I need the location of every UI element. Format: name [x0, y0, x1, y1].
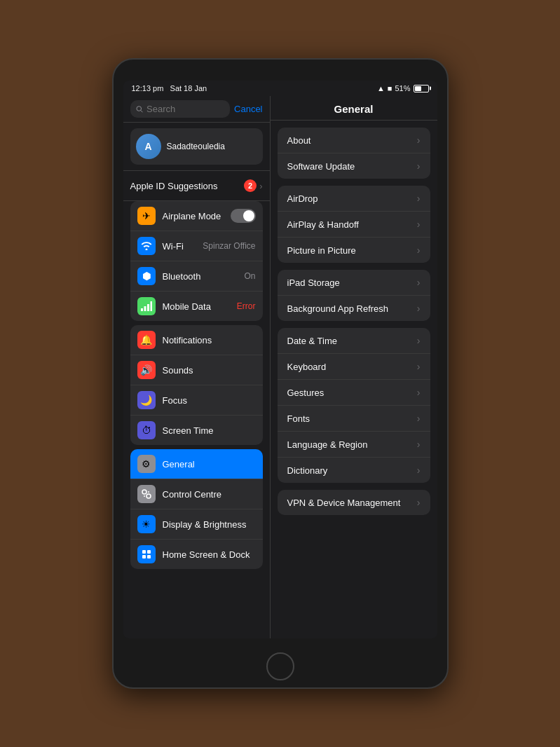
status-date: Sat 18 Jan — [170, 84, 207, 92]
notifications-label: Notifications — [163, 335, 256, 345]
search-input[interactable] — [146, 104, 224, 114]
date-time-row[interactable]: Date & Time › — [278, 328, 430, 354]
background-app-refresh-chevron-icon: › — [417, 303, 421, 314]
home-screen-icon — [137, 545, 156, 563]
home-screen-label: Home Screen & Dock — [163, 549, 256, 560]
home-button[interactable] — [266, 652, 294, 680]
signal-icon: ■ — [388, 84, 392, 92]
search-input-wrap[interactable] — [130, 100, 231, 118]
profile-info: Sadadteouledia — [167, 142, 257, 151]
sidebar-item-general[interactable]: ⚙ General — [130, 449, 263, 479]
profile-card[interactable]: A Sadadteouledia — [130, 128, 263, 165]
fonts-chevron-icon: › — [417, 413, 421, 424]
about-chevron-icon: › — [417, 135, 421, 146]
sidebar-item-display-brightness[interactable]: ☀ Display & Brightness — [130, 509, 263, 540]
airplay-handoff-row[interactable]: AirPlay & Handoff › — [278, 212, 430, 238]
language-region-label: Language & Region — [287, 439, 368, 450]
picture-in-picture-label: Picture in Picture — [287, 245, 356, 256]
sidebar-item-notifications[interactable]: 🔔 Notifications — [130, 325, 263, 355]
language-region-chevron-icon: › — [417, 439, 421, 450]
profile-section: A Sadadteouledia — [123, 123, 270, 171]
background-app-refresh-row[interactable]: Background App Refresh › — [278, 296, 430, 321]
about-row[interactable]: About › — [278, 128, 430, 153]
svg-point-9 — [144, 495, 145, 497]
bluetooth-icon: ⬢ — [137, 267, 156, 285]
ipad-storage-label: iPad Storage — [287, 277, 340, 288]
preferences-group: 🔔 Notifications 🔊 Sounds 🌙 Focus — [130, 325, 263, 445]
sidebar-item-screen-time[interactable]: ⏱ Screen Time — [130, 416, 263, 445]
keyboard-row[interactable]: Keyboard › — [278, 354, 430, 380]
picture-in-picture-row[interactable]: Picture in Picture › — [278, 238, 430, 263]
wifi-settings-icon — [137, 237, 156, 255]
sidebar-item-bluetooth[interactable]: ⬢ Bluetooth On — [130, 261, 263, 292]
mobile-data-icon — [137, 297, 156, 315]
mobile-data-value: Error — [237, 301, 256, 311]
apple-id-label: Apple ID Suggestions — [130, 181, 218, 191]
svg-rect-11 — [147, 550, 151, 554]
battery-fill — [415, 86, 421, 91]
svg-point-7 — [146, 494, 151, 498]
vpn-device-management-row[interactable]: VPN & Device Management › — [278, 490, 430, 515]
vpn-section: VPN & Device Management › — [278, 490, 430, 515]
status-time: 12:13 pm — [132, 84, 164, 92]
dictionary-row[interactable]: Dictionary › — [278, 458, 430, 483]
sharing-group: AirDrop › AirPlay & Handoff › Picture in… — [278, 186, 430, 263]
status-bar: 12:13 pm Sat 18 Jan ▲ ■ 51% — [123, 81, 437, 96]
control-centre-label: Control Centre — [163, 489, 256, 500]
airdrop-chevron-icon: › — [417, 193, 421, 204]
software-update-chevron-icon: › — [417, 160, 421, 172]
display-brightness-label: Display & Brightness — [163, 519, 256, 530]
storage-group: iPad Storage › Background App Refresh › — [278, 270, 430, 321]
airplane-mode-toggle[interactable] — [231, 209, 256, 223]
general-label: General — [163, 459, 256, 470]
datetime-group: Date & Time › Keyboard › Gestures › — [278, 328, 430, 483]
sidebar-item-airplane-mode[interactable]: ✈ Airplane Mode — [130, 201, 263, 231]
sidebar-item-home-screen[interactable]: Home Screen & Dock — [130, 540, 263, 569]
connectivity-group: ✈ Airplane Mode Wi-Fi Spinzar Off — [130, 201, 263, 321]
wifi-value: Spinzar Office — [203, 241, 255, 251]
dictionary-label: Dictionary — [287, 465, 328, 476]
svg-point-6 — [142, 490, 146, 494]
software-update-row[interactable]: Software Update › — [278, 153, 430, 179]
search-bar: Cancel — [123, 96, 270, 123]
search-cancel-button[interactable]: Cancel — [234, 104, 262, 114]
gestures-chevron-icon: › — [417, 387, 421, 398]
sidebar-item-control-centre[interactable]: Control Centre — [130, 479, 263, 509]
profile-name: Sadadteouledia — [167, 142, 257, 151]
fonts-row[interactable]: Fonts › — [278, 406, 430, 432]
ipad-storage-row[interactable]: iPad Storage › — [278, 270, 430, 296]
sidebar-item-sounds[interactable]: 🔊 Sounds — [130, 355, 263, 385]
svg-rect-12 — [142, 555, 146, 558]
language-region-row[interactable]: Language & Region › — [278, 432, 430, 458]
sidebar-item-wifi[interactable]: Wi-Fi Spinzar Office — [130, 231, 263, 261]
focus-label: Focus — [163, 395, 256, 406]
general-icon: ⚙ — [137, 455, 156, 473]
wifi-icon: ▲ — [377, 84, 385, 92]
sounds-label: Sounds — [163, 365, 256, 376]
airdrop-row[interactable]: AirDrop › — [278, 186, 430, 212]
apple-id-row[interactable]: Apple ID Suggestions 2 › — [130, 175, 263, 196]
apple-id-chevron-icon: › — [259, 181, 262, 191]
apple-id-right: 2 › — [244, 179, 262, 192]
sharing-section: AirDrop › AirPlay & Handoff › Picture in… — [278, 186, 430, 263]
keyboard-label: Keyboard — [287, 362, 327, 372]
svg-rect-13 — [147, 555, 151, 558]
about-label: About — [287, 135, 311, 146]
sidebar-item-mobile-data[interactable]: Mobile Data Error — [130, 292, 263, 321]
connectivity-section: ✈ Airplane Mode Wi-Fi Spinzar Off — [123, 201, 270, 321]
software-update-label: Software Update — [287, 161, 355, 172]
status-indicators: ▲ ■ 51% — [377, 84, 429, 92]
device-info-group: About › Software Update › — [278, 128, 430, 179]
date-time-label: Date & Time — [287, 336, 338, 346]
sidebar-item-focus[interactable]: 🌙 Focus — [130, 385, 263, 416]
fonts-label: Fonts — [287, 413, 310, 424]
apple-id-section: Apple ID Suggestions 2 › — [123, 171, 270, 201]
battery-percent: 51% — [395, 84, 410, 92]
apple-id-badge: 2 — [244, 179, 257, 192]
gestures-row[interactable]: Gestures › — [278, 380, 430, 406]
screen-time-label: Screen Time — [163, 425, 256, 436]
wifi-label: Wi-Fi — [163, 241, 196, 252]
background-app-refresh-label: Background App Refresh — [287, 303, 389, 314]
airplay-handoff-chevron-icon: › — [417, 219, 421, 230]
panel-content: About › Software Update › — [271, 128, 437, 515]
